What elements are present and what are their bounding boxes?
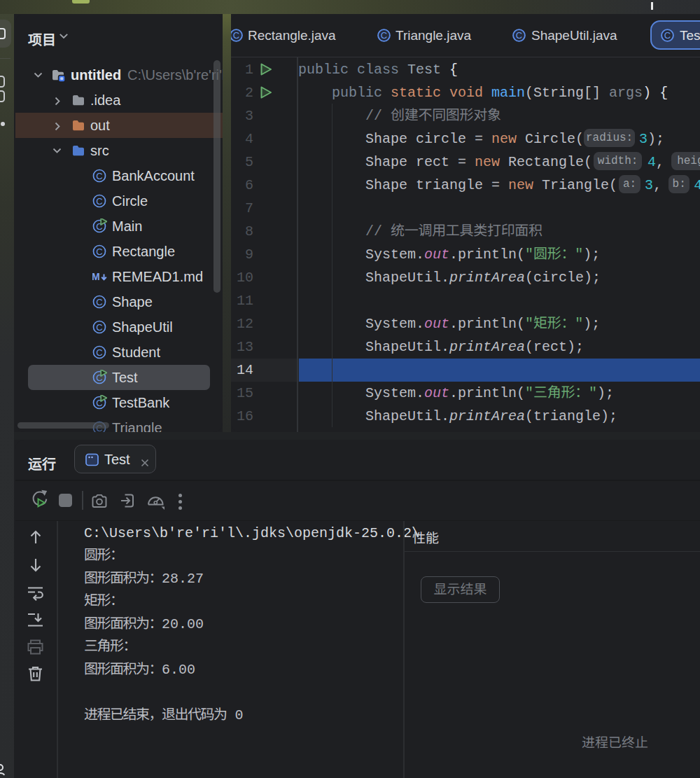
svg-text:C: C [96,196,102,207]
svg-text:C: C [381,30,387,41]
svg-text:M: M [92,271,100,282]
svg-text:C: C [96,246,102,257]
svg-text:C: C [96,347,102,358]
svg-text:C: C [233,30,239,41]
svg-text:C: C [96,297,102,307]
svg-text:C: C [664,30,671,41]
svg-text:C: C [96,171,102,181]
svg-text:C: C [516,30,522,41]
svg-text:C: C [96,322,102,333]
